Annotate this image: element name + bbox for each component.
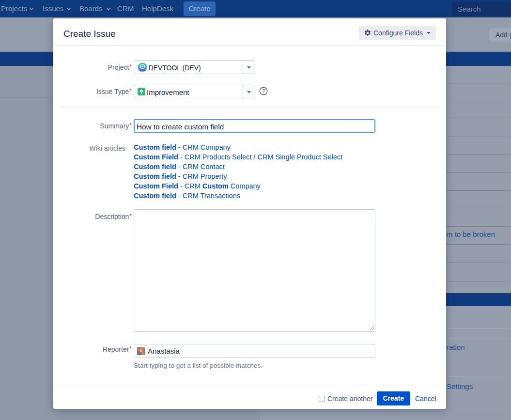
svg-text:?: ? [262, 88, 265, 94]
